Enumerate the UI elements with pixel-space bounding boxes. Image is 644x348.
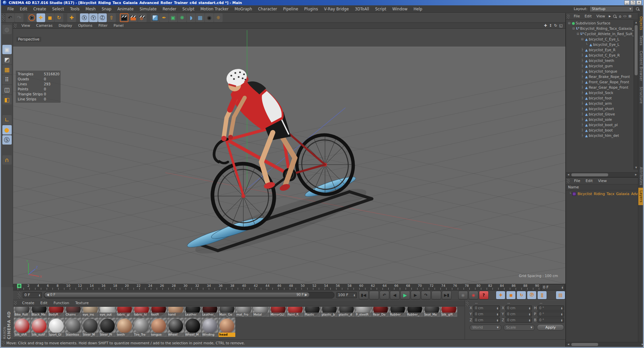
menu-item[interactable]: Mesh — [83, 7, 99, 11]
object-tree-vscrollbar[interactable]: ▲ ▼ — [634, 20, 638, 170]
autokey-button[interactable]: ◉ — [469, 291, 478, 299]
polygons-mode-button[interactable]: ◧ — [2, 95, 12, 104]
coordinate-system-toggle[interactable]: ⇧ — [107, 13, 116, 22]
separator[interactable] — [147, 13, 150, 22]
close-button[interactable]: ✕ — [636, 0, 642, 5]
tree-item[interactable]: ├ ▲ bicyclist_Eye_R — [566, 47, 638, 53]
menu-item[interactable]: File — [4, 7, 17, 11]
camera-button[interactable]: ◉ — [205, 13, 214, 22]
tree-item[interactable]: ├ ▲ bicyclist_Sock — [566, 90, 638, 95]
key-pla-toggle[interactable]: ⣿ — [537, 291, 547, 299]
material-item[interactable]: plastic_b — [321, 307, 338, 317]
apply-button[interactable]: Apply — [537, 324, 564, 331]
add-primitive-cube-button[interactable] — [151, 13, 159, 22]
key-parameter-toggle[interactable]: Ⓟ — [527, 291, 537, 299]
timeline-playhead[interactable]: 0 — [17, 284, 21, 288]
minimize-button[interactable]: _ — [624, 0, 630, 5]
edges-mode-button[interactable]: ◫ — [2, 85, 12, 94]
lock-z-axis[interactable]: Ⓩ — [98, 13, 107, 22]
material-menu-item[interactable]: Create — [19, 301, 37, 305]
material-item[interactable]: Silk_suitF — [31, 318, 48, 337]
tree-item[interactable]: ├ ▲ Rear_Brake_Rope_Front — [566, 74, 638, 79]
layout-dropdown[interactable]: Startup▼ — [589, 6, 634, 12]
tree-item[interactable]: ⊟ L⁰ Bicyclist_Riding_Tacx_Galaxia_A — [566, 26, 638, 31]
add-panel-icon[interactable]: ⊞ — [628, 14, 632, 18]
tree-item[interactable]: ⊟ ● Subdivision Surface — [566, 20, 638, 26]
key-position-toggle[interactable]: ✚ — [496, 291, 505, 299]
pan-view-icon[interactable]: ✚ — [544, 23, 547, 28]
ruler-frame-field[interactable]: 0 F▲▼ — [541, 284, 565, 290]
material-item[interactable]: Paint_R — [287, 307, 304, 317]
tab-attributes[interactable]: Attributes — [638, 164, 644, 188]
material-item[interactable]: Main_Ge — [219, 307, 235, 317]
search-icon[interactable] — [636, 7, 640, 11]
separator[interactable] — [116, 13, 119, 22]
material-item[interactable]: P_steelR — [355, 307, 372, 317]
material-item[interactable]: tongue — [150, 318, 167, 337]
position-field[interactable]: 0 cm▲▼ — [473, 306, 500, 311]
material-item[interactable]: Stainless — [65, 318, 82, 337]
move-tool[interactable]: ✚ — [36, 13, 45, 22]
tab-layers[interactable]: Layers — [638, 188, 644, 205]
menu-item[interactable]: Render — [160, 7, 179, 11]
play-button[interactable]: ▶ — [400, 291, 410, 299]
tree-item[interactable]: └ ▲ bicyclist_Eye_L — [566, 42, 638, 47]
material-item[interactable]: Plastic — [304, 307, 321, 317]
tab-structure[interactable]: Structure — [638, 84, 644, 106]
material-item[interactable]: Steer_Pl — [99, 318, 116, 337]
menu-item[interactable]: Animate — [114, 7, 137, 11]
separator[interactable] — [64, 13, 67, 22]
current-frame-field[interactable]: 0 F▲▼ — [23, 292, 42, 298]
menu-item[interactable]: MoGraph — [232, 7, 255, 11]
material-item[interactable]: Bike_Roll — [14, 307, 30, 317]
key-scale-toggle[interactable]: ◼ — [506, 291, 516, 299]
keyframe-selection-button[interactable]: ? — [479, 291, 489, 299]
object-manager-menu-item[interactable]: Edit — [582, 14, 594, 18]
gap[interactable] — [2, 145, 12, 155]
layer-color-swatch[interactable] — [572, 192, 576, 196]
menu-item[interactable]: Select — [49, 7, 67, 11]
material-item[interactable]: Wheel_M — [184, 318, 201, 337]
deformer-button[interactable]: ◗ — [187, 13, 195, 22]
tree-item[interactable]: ├ ▲ bicyclist_sole — [566, 117, 638, 122]
material-item[interactable]: Sport_Gl — [48, 318, 65, 337]
toolbar-grip[interactable] — [2, 14, 5, 21]
material-item[interactable]: Metal — [253, 307, 269, 317]
menu-item[interactable]: Motion Tracker — [197, 7, 232, 11]
material-item[interactable]: Rear_De — [372, 307, 389, 317]
previous-key-button[interactable]: ↶ — [380, 291, 389, 299]
panel-bottom-scrollbar[interactable]: ◀ ▶ — [566, 342, 644, 347]
gap[interactable] — [2, 105, 12, 114]
viewport-3d-scene[interactable]: Perspective Triangles5316820 Quads0 Line… — [13, 29, 565, 284]
tree-item[interactable]: ├ ▲ bicyclist_boot — [566, 127, 638, 133]
menu-item[interactable]: Snap — [99, 7, 114, 11]
material-item[interactable]: Black_Me — [31, 307, 48, 317]
magnet-snap-button[interactable]: ∩ — [2, 155, 12, 165]
last-used-tool[interactable]: ✚ — [67, 13, 76, 22]
timeline-window-button[interactable]: ▤ — [556, 291, 565, 299]
viewport-menu-item[interactable]: Display — [56, 23, 75, 28]
menu-item[interactable]: 3DToAll — [352, 7, 372, 11]
tree-item[interactable]: ├ ▲ bicyclist_C_Eye_R — [566, 53, 638, 58]
tree-item[interactable]: ├ ▲ Front_Gear_Rope_Front — [566, 79, 638, 85]
material-item[interactable]: Tire_Tre — [133, 318, 150, 337]
material-item[interactable]: Leather — [184, 307, 201, 317]
viewport-grip[interactable] — [14, 24, 17, 28]
menu-item[interactable]: Simulate — [137, 7, 160, 11]
render-settings-button[interactable] — [138, 13, 147, 22]
tree-item[interactable]: ├ ▲ bicyclist_Glove — [566, 111, 638, 117]
zoom-view-icon[interactable]: ↕ — [549, 23, 552, 28]
material-item[interactable]: Chains — [65, 307, 82, 317]
undo-button[interactable]: ↶ — [6, 13, 14, 22]
rotation-field[interactable]: 0 °▲▼ — [538, 312, 564, 317]
coord-scale-dropdown[interactable]: Scale▼ — [503, 325, 535, 331]
material-item[interactable]: mat_Fro — [236, 307, 252, 317]
tree-item[interactable]: ⊟ L⁰ Cyclist_Athlete_in_Red_Suit_ — [566, 31, 638, 36]
object-tree-hscrollbar[interactable]: ◀ ▶ — [566, 172, 638, 177]
size-field[interactable]: 0 cm▲▼ — [505, 306, 532, 311]
goto-end-button[interactable]: ▶▮ — [442, 291, 452, 299]
position-field[interactable]: 0 cm▲▼ — [473, 318, 500, 323]
separator[interactable] — [76, 13, 80, 22]
tree-item[interactable]: ⊟ ▲ bicyclist_C_Eye_L — [566, 36, 638, 42]
make-editable-button[interactable]: ◍ — [2, 25, 12, 34]
